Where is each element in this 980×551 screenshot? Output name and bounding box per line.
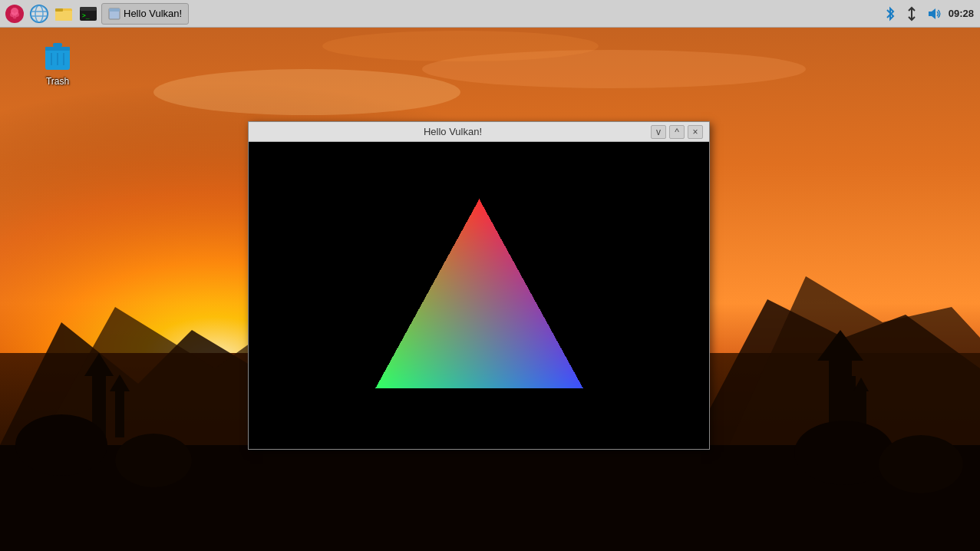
svg-marker-43: [929, 8, 935, 19]
terminal-icon: >_: [78, 4, 98, 24]
raspberry-pi-menu-button[interactable]: [3, 2, 26, 25]
file-manager-button[interactable]: [52, 2, 75, 25]
taskbar-right: 09:28: [876, 5, 980, 22]
svg-point-16: [153, 69, 460, 115]
app-title: Hello Vulkan!: [255, 126, 651, 137]
taskbar: >_ Hello Vulkan!: [0, 0, 980, 28]
vulkan-triangle-canvas: [249, 142, 709, 449]
app-content: [249, 142, 709, 449]
svg-rect-41: [109, 8, 120, 12]
svg-rect-38: [80, 7, 97, 11]
raspberry-pi-icon: [5, 4, 25, 24]
taskbar-clock: 09:28: [949, 8, 974, 19]
app-titlebar: Hello Vulkan! v ^ ×: [249, 122, 709, 142]
svg-rect-45: [45, 47, 70, 51]
svg-text:>_: >_: [82, 12, 90, 19]
volume-icon[interactable]: [926, 5, 942, 22]
globe-icon: [29, 4, 49, 24]
trash-label: Trash: [46, 76, 69, 87]
taskbar-window-label: Hello Vulkan!: [124, 8, 182, 19]
svg-point-21: [115, 434, 192, 487]
terminal-button[interactable]: >_: [77, 2, 100, 25]
window-close-button[interactable]: ×: [688, 125, 703, 139]
svg-point-28: [13, 15, 17, 18]
window-minimize-button[interactable]: v: [651, 125, 666, 139]
app-window-controls: v ^ ×: [651, 125, 703, 139]
svg-rect-46: [53, 43, 62, 47]
window-icon-small: [108, 8, 120, 20]
svg-point-20: [15, 414, 107, 476]
taskbar-left: >_ Hello Vulkan!: [0, 2, 192, 25]
svg-rect-35: [55, 11, 72, 21]
bluetooth-icon[interactable]: [883, 6, 898, 21]
svg-point-33: [31, 5, 48, 22]
svg-point-22: [794, 421, 894, 485]
svg-point-23: [879, 435, 963, 493]
trash-desktop-icon[interactable]: Trash: [27, 36, 88, 87]
app-window: Hello Vulkan! v ^ ×: [248, 121, 710, 450]
svg-point-18: [322, 31, 599, 61]
svg-rect-9: [115, 391, 124, 437]
taskbar-window-button[interactable]: Hello Vulkan!: [101, 3, 189, 25]
trash-icon-image: [39, 36, 76, 73]
svg-rect-36: [55, 8, 63, 12]
network-transfer-icon[interactable]: [904, 6, 919, 21]
browser-button[interactable]: [28, 2, 51, 25]
file-manager-icon: [54, 4, 74, 24]
window-maximize-button[interactable]: ^: [669, 125, 685, 139]
